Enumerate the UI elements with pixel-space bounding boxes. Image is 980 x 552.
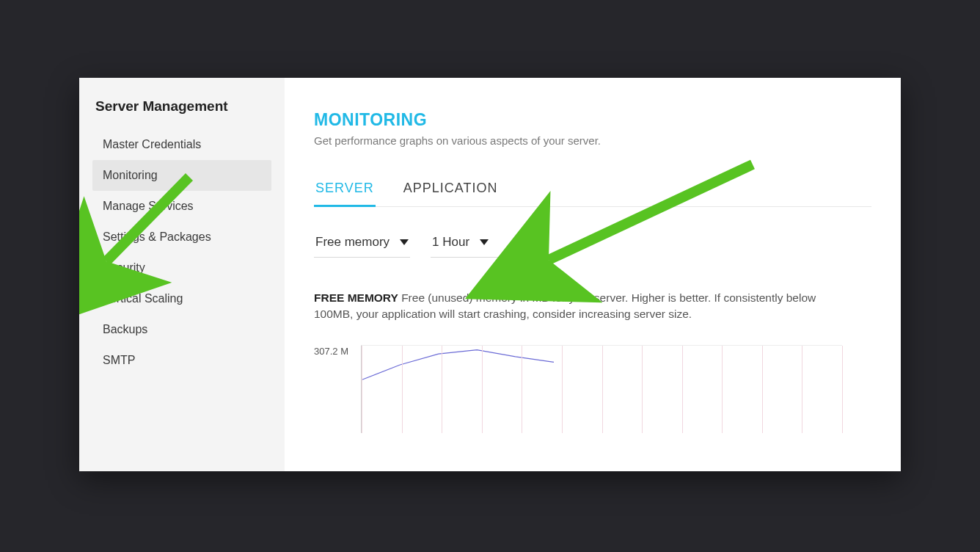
chart-gridline xyxy=(602,346,603,433)
sidebar-title: Server Management xyxy=(92,98,271,115)
metric-name: FREE MEMORY xyxy=(314,291,398,304)
chart-gridline xyxy=(562,346,563,433)
selectors-row: Free memory 1 Hour xyxy=(314,232,871,258)
metric-description: FREE MEMORY Free (unused) memory in MB f… xyxy=(314,290,842,323)
sidebar-item-backups[interactable]: Backups xyxy=(92,314,271,345)
sidebar-item-vertical-scaling[interactable]: Vertical Scaling xyxy=(92,283,271,314)
chart-area xyxy=(361,345,842,433)
chevron-down-icon xyxy=(480,239,489,245)
tab-application[interactable]: APPLICATION xyxy=(402,173,500,206)
metric-dropdown-value: Free memory xyxy=(315,235,390,250)
chart-ytick: 307.2 M xyxy=(314,345,348,356)
sidebar-item-smtp[interactable]: SMTP xyxy=(92,345,271,376)
chevron-down-icon xyxy=(400,239,409,245)
chart-gridline xyxy=(362,346,362,433)
sidebar-item-security[interactable]: Security xyxy=(92,253,271,283)
sidebar-nav: Master CredentialsMonitoringManage Servi… xyxy=(92,129,271,376)
range-dropdown[interactable]: 1 Hour xyxy=(431,232,519,258)
metric-dropdown[interactable]: Free memory xyxy=(314,232,410,258)
chart-gridline xyxy=(722,346,723,433)
chart-gridline xyxy=(842,346,843,433)
tab-row: SERVERAPPLICATION xyxy=(314,173,871,207)
chart-gridline xyxy=(802,346,802,433)
chart-gridline xyxy=(762,346,763,433)
tab-server[interactable]: SERVER xyxy=(314,173,376,206)
range-dropdown-value: 1 Hour xyxy=(432,235,469,250)
chart-gridline xyxy=(522,346,522,433)
sidebar-item-settings-packages[interactable]: Settings & Packages xyxy=(92,222,271,253)
main-panel: MONITORING Get performance graphs on var… xyxy=(285,78,901,471)
chart-gridline xyxy=(442,346,442,433)
chart-gridline xyxy=(682,346,683,433)
page-title: MONITORING xyxy=(314,110,871,130)
page-subtitle: Get performance graphs on various aspect… xyxy=(314,134,871,147)
sidebar-item-manage-services[interactable]: Manage Services xyxy=(92,191,271,222)
sidebar-item-monitoring[interactable]: Monitoring xyxy=(92,160,271,191)
app-window: Server Management Master CredentialsMoni… xyxy=(79,78,901,471)
chart-gridline xyxy=(402,346,403,433)
chart: 307.2 M xyxy=(314,345,842,433)
chart-gridline xyxy=(482,346,483,433)
sidebar-item-master-credentials[interactable]: Master Credentials xyxy=(92,129,271,160)
chart-gridline xyxy=(642,346,643,433)
sidebar: Server Management Master CredentialsMoni… xyxy=(79,78,285,471)
